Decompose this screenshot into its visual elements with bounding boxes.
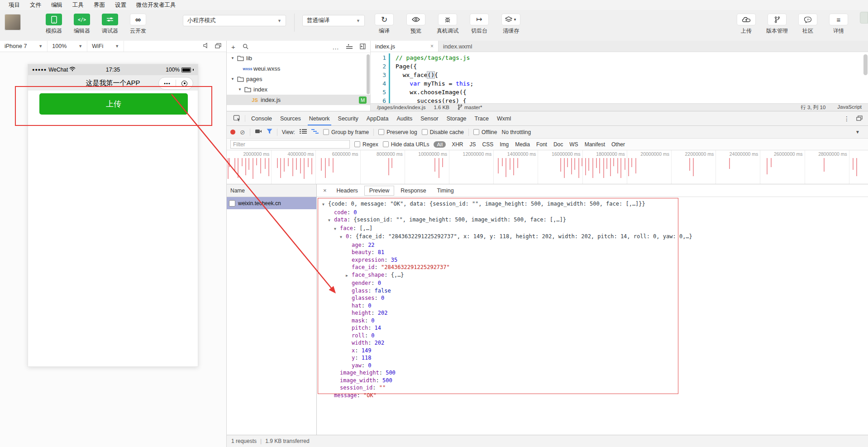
filter-funnel-icon[interactable] xyxy=(267,129,272,135)
tree-item-index.js[interactable]: JSindex.jsM xyxy=(227,95,370,105)
preserve-log-checkbox[interactable] xyxy=(378,129,384,135)
close-target-icon[interactable] xyxy=(176,81,193,87)
waterfall-view-icon[interactable] xyxy=(311,129,319,135)
menu-item[interactable]: 工具 xyxy=(67,0,89,10)
filter-type-css[interactable]: CSS xyxy=(481,141,495,148)
chevron-down-icon[interactable]: ▼ xyxy=(230,77,235,81)
code-area[interactable]: 1// pages/tags/tags.js2Page({3 wx_face()… xyxy=(371,52,868,108)
menu-item[interactable]: 设置 xyxy=(110,0,131,10)
corner-widget[interactable] xyxy=(860,12,868,24)
devtools-tab-sources[interactable]: Sources xyxy=(276,111,305,125)
devtools-tab-trace[interactable]: Trace xyxy=(471,111,493,125)
mode-select[interactable]: 小程序模式 ▼ xyxy=(183,15,286,26)
menu-item[interactable]: 界面 xyxy=(89,0,110,10)
close-icon[interactable]: × xyxy=(430,43,434,49)
detach-window-icon[interactable] xyxy=(215,42,221,50)
chevron-expanded-icon[interactable]: ▼ xyxy=(334,226,340,233)
chevron-down-icon[interactable]: ▼ xyxy=(230,56,235,60)
menu-item[interactable]: 文件 xyxy=(25,0,46,10)
request-row[interactable]: weixin.techeek.cn xyxy=(227,197,316,209)
offline-checkbox[interactable] xyxy=(473,129,479,135)
detail-tab-response[interactable]: Response xyxy=(396,186,430,195)
menu-item[interactable]: 项目 xyxy=(4,0,25,10)
tree-item-pages[interactable]: ▼pages xyxy=(227,74,370,84)
preview-json-tree[interactable]: ▼{code: 0, message: "OK", data: {session… xyxy=(317,197,868,436)
zoom-select[interactable]: 100% ▼ xyxy=(48,41,87,52)
network-overview-timeline[interactable]: 2000000 ms4000000 ms6000000 ms8000000 ms… xyxy=(227,150,868,184)
filter-type-ws[interactable]: WS xyxy=(568,141,579,148)
collapse-all-icon[interactable] xyxy=(346,43,353,50)
compile-select[interactable]: 普通编译 ▼ xyxy=(302,15,365,26)
filter-type-manifest[interactable]: Manifest xyxy=(583,141,606,148)
chevron-down-icon[interactable]: ▼ xyxy=(238,87,242,91)
throttling-select[interactable]: No throttling xyxy=(501,129,531,135)
chevron-expanded-icon[interactable]: ▼ xyxy=(340,234,346,241)
toolbar-button-详情[interactable]: ≡详情 xyxy=(825,14,853,35)
filter-input[interactable] xyxy=(230,140,350,149)
toolbar-button-社区[interactable]: 社区 xyxy=(794,14,822,35)
speaker-icon[interactable] xyxy=(203,42,210,50)
devtools-tab-security[interactable]: Security xyxy=(334,111,362,125)
dock-window-icon[interactable] xyxy=(856,115,863,123)
editor-tab-index.js[interactable]: index.js× xyxy=(371,41,439,52)
filter-type-img[interactable]: Img xyxy=(498,141,510,148)
language-mode[interactable]: JavaScript xyxy=(837,104,862,111)
toolbar-button-编辑器[interactable]: </>编辑器 xyxy=(68,14,96,35)
kebab-menu-icon[interactable]: ⋮ xyxy=(844,115,850,122)
filter-type-all[interactable]: All xyxy=(434,141,446,148)
toolbar-button-切后台[interactable]: ↦切后台 xyxy=(465,14,493,35)
search-icon[interactable] xyxy=(243,43,248,50)
chevron-expanded-icon[interactable]: ▼ xyxy=(322,201,328,209)
menu-item[interactable]: 微信开发者工具 xyxy=(131,0,181,10)
filter-type-doc[interactable]: Doc xyxy=(552,141,564,148)
more-icon[interactable]: … xyxy=(332,43,339,50)
filter-type-other[interactable]: Other xyxy=(610,141,626,148)
filter-type-media[interactable]: Media xyxy=(514,141,531,148)
detail-tab-timing[interactable]: Timing xyxy=(433,186,458,195)
add-file-icon[interactable]: + xyxy=(231,43,235,50)
inspect-element-icon[interactable] xyxy=(229,115,245,122)
hide-data-urls-checkbox[interactable] xyxy=(383,141,389,147)
upload-button[interactable]: 上传 xyxy=(39,93,188,115)
more-icon[interactable]: ••• xyxy=(159,81,176,86)
editor-tab-index.wxml[interactable]: index.wxml xyxy=(439,41,506,52)
toolbar-button-上传[interactable]: 上传 xyxy=(732,14,760,35)
filter-type-font[interactable]: Font xyxy=(535,141,548,148)
toolbar-button-模拟器[interactable]: 模拟器 xyxy=(40,14,68,35)
branch-name[interactable]: master* xyxy=(464,105,482,110)
user-avatar[interactable] xyxy=(5,14,21,30)
record-button[interactable] xyxy=(230,130,235,135)
filter-type-js[interactable]: JS xyxy=(468,141,477,148)
toolbar-button-调试器[interactable]: 调试器 xyxy=(96,14,124,35)
tree-item-weui.wxss[interactable]: wxssweui.wxss xyxy=(227,63,370,74)
list-view-icon[interactable] xyxy=(300,129,307,135)
hide-sidebar-icon[interactable] xyxy=(360,43,366,50)
network-select[interactable]: WiFi ▼ xyxy=(87,41,124,52)
toolbar-button-真机调试[interactable]: 真机调试 xyxy=(434,14,462,35)
request-list-header[interactable]: Name xyxy=(227,184,316,197)
toolbar-button-编译[interactable]: ↻编译 xyxy=(370,14,398,35)
toolbar-button-云开发[interactable]: ∞云开发 xyxy=(124,14,152,35)
cursor-position[interactable]: 行 3, 列 10 xyxy=(801,104,825,111)
clear-icon[interactable]: ⊘ xyxy=(240,129,245,135)
chevron-collapsed-icon[interactable]: ▶ xyxy=(346,272,352,280)
menu-item[interactable]: 编辑 xyxy=(46,0,67,10)
toolbar-button-预览[interactable]: 预览 xyxy=(402,14,430,35)
tree-item-index[interactable]: ▼index xyxy=(227,84,370,95)
detail-tab-preview[interactable]: Preview xyxy=(364,186,394,196)
chevron-down-icon[interactable]: ▼ xyxy=(855,130,864,135)
devtools-tab-storage[interactable]: Storage xyxy=(443,111,471,125)
devtools-tab-audits[interactable]: Audits xyxy=(392,111,416,125)
device-select[interactable]: iPhone 7 ▼ xyxy=(0,41,48,52)
tree-item-lib[interactable]: ▼lib xyxy=(227,53,370,63)
screenshot-icon[interactable] xyxy=(255,129,262,135)
toolbar-button-清缓存[interactable]: ▼清缓存 xyxy=(497,14,525,35)
detail-tab-headers[interactable]: Headers xyxy=(332,186,362,195)
request-checkbox[interactable] xyxy=(229,200,235,207)
devtools-tab-console[interactable]: Console xyxy=(247,111,276,125)
close-icon[interactable]: × xyxy=(319,187,331,194)
filter-type-xhr[interactable]: XHR xyxy=(450,141,464,148)
chevron-expanded-icon[interactable]: ▼ xyxy=(328,217,334,225)
devtools-tab-appdata[interactable]: AppData xyxy=(362,111,393,125)
devtools-tab-network[interactable]: Network xyxy=(305,111,334,125)
